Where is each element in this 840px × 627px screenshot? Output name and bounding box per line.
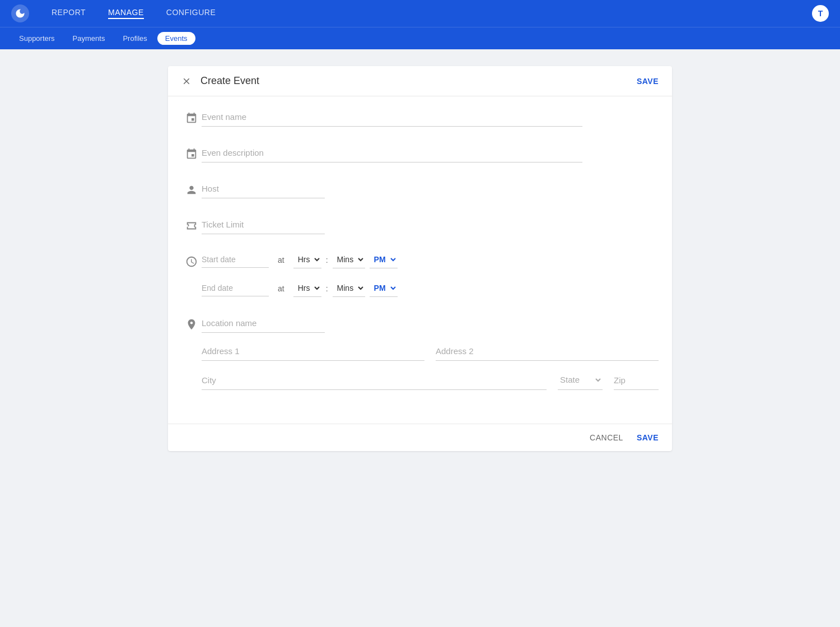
address2-input[interactable] xyxy=(436,342,659,361)
start-mins-select[interactable]: Mins xyxy=(333,251,365,268)
city-state-zip-row: State xyxy=(202,370,659,390)
location-name-input[interactable] xyxy=(202,314,325,333)
subnav-events[interactable]: Events xyxy=(157,32,195,45)
start-hrs-select[interactable]: Hrs xyxy=(293,251,321,268)
location-content: State xyxy=(202,314,659,390)
app-logo xyxy=(11,4,29,22)
nav-links: REPORT MANAGE CONFIGURE xyxy=(52,8,812,19)
ticket-limit-section xyxy=(181,215,659,234)
nav-report[interactable]: REPORT xyxy=(52,8,86,19)
location-section: State xyxy=(181,314,659,390)
create-event-card: Create Event SAVE xyxy=(168,66,672,451)
host-section xyxy=(181,179,659,198)
cancel-button[interactable]: CANCEL xyxy=(590,433,623,442)
subnav-supporters[interactable]: Supporters xyxy=(11,32,63,45)
end-hrs-select[interactable]: Hrs xyxy=(293,280,321,297)
end-colon: : xyxy=(326,284,328,293)
host-input[interactable] xyxy=(202,179,325,198)
nav-configure[interactable]: CONFIGURE xyxy=(166,8,216,19)
event-name-content xyxy=(202,108,659,127)
ticket-limit-content xyxy=(202,215,659,234)
location-icon xyxy=(181,318,202,331)
start-date-row: at Hrs : Mins PM AM xyxy=(202,251,659,268)
top-navbar: REPORT MANAGE CONFIGURE T xyxy=(0,0,840,27)
ticket-limit-input[interactable] xyxy=(202,215,325,234)
address1-input[interactable] xyxy=(202,342,424,361)
save-button-footer[interactable]: SAVE xyxy=(637,433,659,442)
event-name-icon xyxy=(181,112,202,124)
end-at-label: at xyxy=(278,284,284,293)
state-select[interactable]: State xyxy=(558,370,603,390)
zip-input[interactable] xyxy=(614,371,659,390)
event-description-input[interactable] xyxy=(202,143,582,162)
datetime-section: at Hrs : Mins PM AM xyxy=(181,251,659,297)
subnav-profiles[interactable]: Profiles xyxy=(115,32,155,45)
end-date-input[interactable] xyxy=(202,280,269,296)
city-input[interactable] xyxy=(202,371,547,390)
event-description-content xyxy=(202,143,659,162)
card-footer: CANCEL SAVE xyxy=(168,424,672,451)
start-ampm-select[interactable]: PM AM xyxy=(370,251,398,268)
end-date-row: at Hrs : Mins PM AM xyxy=(202,280,659,297)
host-icon xyxy=(181,184,202,196)
close-button[interactable] xyxy=(181,76,192,86)
host-content xyxy=(202,179,659,198)
save-button-header[interactable]: SAVE xyxy=(637,77,659,86)
start-date-input[interactable] xyxy=(202,252,269,268)
event-description-icon xyxy=(181,148,202,160)
datetime-content: at Hrs : Mins PM AM xyxy=(202,251,659,297)
address-row xyxy=(202,342,659,361)
start-colon: : xyxy=(326,256,328,264)
datetime-icon xyxy=(181,256,202,268)
event-description-section xyxy=(181,143,659,162)
sub-navbar: Supporters Payments Profiles Events xyxy=(0,27,840,49)
form-body: at Hrs : Mins PM AM xyxy=(168,96,672,424)
start-at-label: at xyxy=(278,256,284,264)
card-header: Create Event SAVE xyxy=(168,66,672,96)
ticket-limit-icon xyxy=(181,220,202,232)
event-name-section xyxy=(181,108,659,127)
page-body: Create Event SAVE xyxy=(0,49,840,468)
end-mins-select[interactable]: Mins xyxy=(333,280,365,297)
subnav-payments[interactable]: Payments xyxy=(65,32,113,45)
user-avatar[interactable]: T xyxy=(812,5,829,22)
nav-manage[interactable]: MANAGE xyxy=(108,8,144,19)
end-ampm-select[interactable]: PM AM xyxy=(370,280,398,297)
event-name-input[interactable] xyxy=(202,108,582,127)
card-title: Create Event xyxy=(200,75,637,87)
